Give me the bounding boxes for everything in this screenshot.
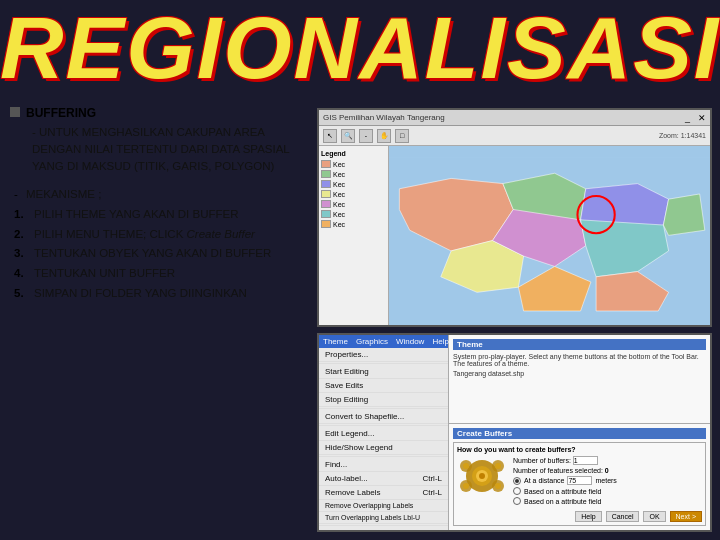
features-selected-value: 0: [605, 467, 609, 474]
menu-sep-2: [319, 408, 448, 409]
radio-attr-circle-1[interactable]: [513, 487, 521, 495]
radio-distance-dot: [515, 479, 519, 483]
legend-color-4: [321, 190, 331, 198]
legend-color-3: [321, 180, 331, 188]
svg-marker-9: [663, 194, 704, 235]
buffer-cancel-button[interactable]: Cancel: [606, 511, 640, 522]
gis-legend-panel: Legend Kec Kec Kec Kec: [319, 146, 389, 325]
theme-panel-title: Theme: [453, 339, 706, 350]
radio-distance-label: At a distance: [524, 477, 564, 484]
page-title: REGIONALISASI: [0, 0, 720, 92]
minimize-icon[interactable]: _: [685, 113, 690, 123]
legend-item-3: Kec: [321, 180, 386, 188]
legend-item-6: Kec: [321, 210, 386, 218]
gis-top-titlebar: GIS Pemilihan Wilayah Tangerang _ ✕: [319, 110, 710, 126]
step-1-num: 1.: [14, 206, 30, 223]
gis-map-viewport[interactable]: [389, 146, 710, 325]
menu-graphics-item[interactable]: Graphics: [356, 337, 388, 346]
legend-label-7: Kec: [333, 221, 345, 228]
menu-remove-overlap[interactable]: Remove Overlapping Labels: [319, 500, 448, 512]
legend-item-2: Kec: [321, 170, 386, 178]
donut-svg: [458, 456, 506, 496]
radio-attr-circle-2[interactable]: [513, 497, 521, 505]
intro-dash: -: [14, 186, 22, 203]
radio-attribute-option-2[interactable]: Based on a attribute field: [513, 497, 702, 505]
menu-convert-shapefile[interactable]: Convert to Shapefile...: [319, 410, 448, 424]
buffering-description: UNTUK MENGHASILKAN CAKUPAN AREA DENGAN N…: [32, 126, 289, 171]
menu-table[interactable]: Table...: [319, 527, 448, 532]
select-tool[interactable]: □: [395, 129, 409, 143]
buffer-options-panel: Number of buffers: Number of features se…: [513, 456, 702, 507]
menu-theme-item[interactable]: Theme: [323, 337, 348, 346]
menu-turn-overlap[interactable]: Turn Overlapping Labels Lbl-U: [319, 512, 448, 524]
gis-right-panels: Theme System pro-play-player. Select any…: [449, 335, 710, 530]
theme-sub-description: Tangerang dataset.shp: [453, 370, 706, 377]
step-4-row: 4. TENTUKAN UNIT BUFFER: [14, 265, 300, 282]
buffer-ok-button[interactable]: OK: [643, 511, 665, 522]
buffer-label-number-selected: Number of features selected: 0: [513, 467, 702, 474]
radio-attribute-option-1[interactable]: Based on a attribute field: [513, 487, 702, 495]
menu-sep-3: [319, 425, 448, 426]
step-4-text: TENTUKAN UNIT BUFFER: [34, 265, 175, 282]
radio-distance-option[interactable]: At a distance meters: [513, 476, 702, 485]
number-of-rings-input[interactable]: [573, 456, 598, 465]
legend-color-6: [321, 210, 331, 218]
legend-color-5: [321, 200, 331, 208]
menu-stop-editing[interactable]: Stop Editing: [319, 393, 448, 407]
gis-toolbar: ↖ 🔍 - ✋ □ Zoom: 1:14341: [319, 126, 710, 146]
menu-help-item[interactable]: Help: [432, 337, 448, 346]
zoom-level: Zoom: 1:14341: [659, 132, 706, 139]
create-buffer-text: Create Buffer: [187, 228, 255, 240]
radio-attr-label-2: Based on a attribute field: [524, 498, 601, 505]
legend-color-1: [321, 160, 331, 168]
svg-point-20: [463, 483, 469, 489]
buffering-title: BUFFERING: [26, 105, 96, 122]
legend-color-2: [321, 170, 331, 178]
menu-find[interactable]: Find...: [319, 458, 448, 472]
distance-value-input[interactable]: [567, 476, 592, 485]
zoom-in-tool[interactable]: 🔍: [341, 129, 355, 143]
legend-label-6: Kec: [333, 211, 345, 218]
map-svg: [389, 146, 710, 325]
step-2-row: 2. PILIH MENU THEME; CLICK Create Buffer: [14, 226, 300, 243]
radio-distance-circle[interactable]: [513, 477, 521, 485]
step-3-num: 3.: [14, 245, 30, 262]
svg-point-14: [479, 473, 485, 479]
menu-save-edits[interactable]: Save Edits: [319, 379, 448, 393]
svg-point-22: [495, 483, 501, 489]
buffering-section: BUFFERING - UNTUK MENGHASILKAN CAKUPAN A…: [10, 105, 300, 174]
mechanism-intro: MEKANISME ;: [26, 186, 101, 203]
menu-sep-5: [319, 525, 448, 526]
pan-tool[interactable]: ✋: [377, 129, 391, 143]
close-icon[interactable]: ✕: [698, 113, 706, 123]
menu-edit-legend[interactable]: Edit Legend...: [319, 427, 448, 441]
buffer-next-button[interactable]: Next >: [670, 511, 702, 522]
svg-point-18: [495, 463, 501, 469]
mechanism-intro-row: - MEKANISME ;: [14, 186, 300, 203]
gis-window-title: GIS Pemilihan Wilayah Tangerang: [323, 113, 445, 122]
buffer-panel-inner: How do you want to create buffers?: [453, 442, 706, 526]
menu-window-item[interactable]: Window: [396, 337, 424, 346]
menu-remove-labels[interactable]: Remove LabelsCtrl-L: [319, 486, 448, 500]
menu-start-editing[interactable]: Start Editing: [319, 365, 448, 379]
menu-hide-legend[interactable]: Hide/Show Legend: [319, 441, 448, 455]
menu-properties[interactable]: Properties...: [319, 348, 448, 362]
pointer-tool[interactable]: ↖: [323, 129, 337, 143]
buffer-label-number-rings: Number of buffers:: [513, 456, 702, 465]
create-buffer-panel: Create Buffers How do you want to create…: [449, 424, 710, 530]
zoom-out-tool[interactable]: -: [359, 129, 373, 143]
step-5-text: SIMPAN DI FOLDER YANG DIINGINKAN: [34, 285, 247, 302]
menu-auto-label[interactable]: Auto-label...Ctrl-L: [319, 472, 448, 486]
svg-point-16: [463, 463, 469, 469]
theme-info-panel: Theme System pro-play-player. Select any…: [449, 335, 710, 424]
theme-description: System pro-play-player. Select any theme…: [453, 353, 706, 367]
mechanism-section: - MEKANISME ; 1. PILIH THEME YANG AKAN D…: [10, 186, 300, 301]
buffer-help-button[interactable]: Help: [575, 511, 601, 522]
radio-attr-label-1: Based on a attribute field: [524, 488, 601, 495]
step-2-num: 2.: [14, 226, 30, 243]
step-5-row: 5. SIMPAN DI FOLDER YANG DIINGINKAN: [14, 285, 300, 302]
legend-label-1: Kec: [333, 161, 345, 168]
legend-title: Legend: [321, 150, 386, 157]
buffering-dash: -: [32, 126, 39, 138]
step-3-row: 3. TENTUKAN OBYEK YANG AKAN DI BUFFER: [14, 245, 300, 262]
